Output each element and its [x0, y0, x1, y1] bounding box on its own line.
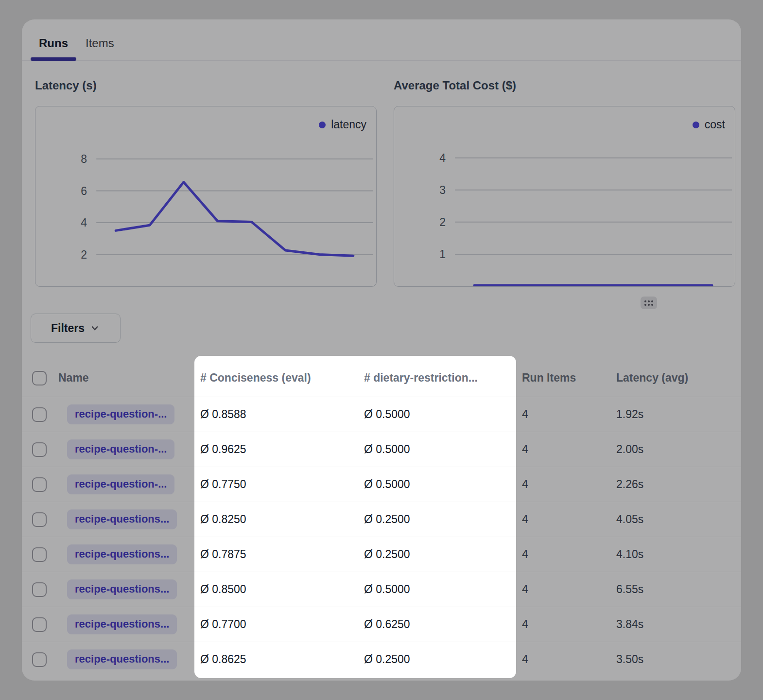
- latency-chart-title: Latency (s): [35, 79, 97, 92]
- run-items-cell: 4: [516, 443, 616, 456]
- row-checkbox-cell: [31, 442, 58, 457]
- column-header-name: Name: [58, 371, 194, 385]
- drag-handle-dot: [648, 304, 650, 306]
- tab-runs[interactable]: Runs: [31, 30, 76, 61]
- row-checkbox-cell: [31, 477, 58, 492]
- latency-cell: 2.00s: [616, 443, 732, 456]
- column-header-latency: Latency (avg): [616, 371, 732, 385]
- run-name-cell: recipe-questions...: [58, 579, 194, 599]
- latency-cell: 2.26s: [616, 478, 732, 491]
- row-checkbox[interactable]: [32, 652, 47, 667]
- row-checkbox[interactable]: [32, 547, 47, 562]
- svg-text:4: 4: [439, 152, 446, 164]
- table-row: recipe-questions...Ø 0.7700Ø 0.625043.84…: [22, 607, 741, 642]
- filters-button-label: Filters: [51, 322, 85, 335]
- drag-handle-dot: [644, 300, 646, 302]
- active-tab-indicator: [31, 57, 76, 61]
- row-checkbox[interactable]: [32, 582, 47, 597]
- run-name-cell: recipe-question-...: [58, 404, 194, 424]
- legend-dot-icon: [693, 122, 699, 128]
- table-row: recipe-questions...Ø 0.8250Ø 0.250044.05…: [22, 502, 741, 537]
- tab-runs-label: Runs: [39, 36, 68, 50]
- conciseness-value-cell: Ø 0.8625: [194, 653, 358, 666]
- tab-items-label: Items: [86, 36, 114, 50]
- runs-table: Name # Conciseness (eval) # dietary-rest…: [22, 359, 741, 677]
- select-all-cell: [31, 371, 58, 385]
- table-body: recipe-question-...Ø 0.8588Ø 0.500041.92…: [22, 397, 741, 677]
- run-name-badge[interactable]: recipe-question-...: [67, 474, 174, 494]
- drag-handle-dot: [651, 304, 653, 306]
- row-checkbox[interactable]: [32, 407, 47, 422]
- run-name-badge[interactable]: recipe-questions...: [67, 649, 177, 669]
- latency-cell: 4.10s: [616, 548, 732, 561]
- row-checkbox-cell: [31, 512, 58, 527]
- cost-chart-panel: cost 1234: [394, 106, 735, 287]
- conciseness-value-cell: Ø 0.8500: [194, 583, 358, 596]
- dietary-value-cell: Ø 0.2500: [358, 653, 516, 666]
- conciseness-value-cell: Ø 0.9625: [194, 443, 358, 456]
- row-checkbox[interactable]: [32, 512, 47, 527]
- latency-line-chart: 2468: [35, 106, 376, 286]
- table-row: recipe-questions...Ø 0.7875Ø 0.250044.10…: [22, 537, 741, 572]
- run-name-badge[interactable]: recipe-questions...: [67, 579, 177, 599]
- column-header-conciseness: # Conciseness (eval): [194, 371, 358, 385]
- tab-bar-divider: [22, 60, 741, 61]
- row-checkbox-cell: [31, 407, 58, 422]
- svg-text:8: 8: [81, 153, 87, 165]
- legend-label: latency: [331, 118, 366, 131]
- tab-items[interactable]: Items: [77, 30, 122, 61]
- conciseness-value-cell: Ø 0.8588: [194, 408, 358, 421]
- run-items-cell: 4: [516, 618, 616, 631]
- run-name-cell: recipe-question-...: [58, 474, 194, 494]
- row-checkbox[interactable]: [32, 617, 47, 632]
- run-name-cell: recipe-question-...: [58, 439, 194, 459]
- table-row: recipe-question-...Ø 0.8588Ø 0.500041.92…: [22, 397, 741, 432]
- dietary-value-cell: Ø 0.5000: [358, 408, 516, 421]
- latency-chart-legend: latency: [319, 118, 366, 131]
- run-name-badge[interactable]: recipe-questions...: [67, 614, 177, 634]
- run-items-cell: 4: [516, 478, 616, 491]
- dietary-value-cell: Ø 0.5000: [358, 478, 516, 491]
- run-items-cell: 4: [516, 548, 616, 561]
- run-name-badge[interactable]: recipe-question-...: [67, 404, 174, 424]
- row-checkbox[interactable]: [32, 477, 47, 492]
- cost-line-chart: 1234: [394, 106, 735, 286]
- run-name-badge[interactable]: recipe-question-...: [67, 439, 174, 459]
- run-name-badge[interactable]: recipe-questions...: [67, 544, 177, 564]
- run-name-badge[interactable]: recipe-questions...: [67, 509, 177, 529]
- drag-handle-dot: [648, 300, 650, 302]
- row-checkbox-cell: [31, 617, 58, 632]
- row-checkbox-cell: [31, 582, 58, 597]
- run-items-cell: 4: [516, 583, 616, 596]
- column-header-run-items: Run Items: [516, 371, 616, 385]
- table-row: recipe-question-...Ø 0.7750Ø 0.500042.26…: [22, 467, 741, 502]
- svg-text:6: 6: [81, 185, 87, 197]
- dietary-value-cell: Ø 0.6250: [358, 618, 516, 631]
- svg-text:2: 2: [81, 248, 87, 261]
- table-row: recipe-question-...Ø 0.9625Ø 0.500042.00…: [22, 432, 741, 467]
- latency-cell: 1.92s: [616, 408, 732, 421]
- dietary-value-cell: Ø 0.2500: [358, 548, 516, 561]
- latency-cell: 3.50s: [616, 653, 732, 666]
- row-checkbox[interactable]: [32, 442, 47, 457]
- table-row: recipe-questions...Ø 0.8625Ø 0.250043.50…: [22, 642, 741, 677]
- dietary-value-cell: Ø 0.5000: [358, 443, 516, 456]
- select-all-checkbox[interactable]: [32, 371, 47, 385]
- run-name-cell: recipe-questions...: [58, 649, 194, 669]
- drag-handle-dot: [651, 300, 653, 302]
- svg-text:3: 3: [439, 184, 446, 196]
- filters-button[interactable]: Filters: [31, 314, 121, 343]
- drag-handle-dot: [644, 304, 646, 306]
- run-name-cell: recipe-questions...: [58, 544, 194, 564]
- legend-dot-icon: [319, 122, 326, 128]
- svg-text:1: 1: [439, 248, 446, 261]
- conciseness-value-cell: Ø 0.7875: [194, 548, 358, 561]
- drag-handle[interactable]: [641, 297, 657, 309]
- table-row: recipe-questions...Ø 0.8500Ø 0.500046.55…: [22, 572, 741, 607]
- conciseness-value-cell: Ø 0.7700: [194, 618, 358, 631]
- cost-chart-legend: cost: [693, 118, 725, 131]
- latency-cell: 3.84s: [616, 618, 732, 631]
- row-checkbox-cell: [31, 547, 58, 562]
- table-header-row: Name # Conciseness (eval) # dietary-rest…: [22, 359, 741, 397]
- run-items-cell: 4: [516, 513, 616, 526]
